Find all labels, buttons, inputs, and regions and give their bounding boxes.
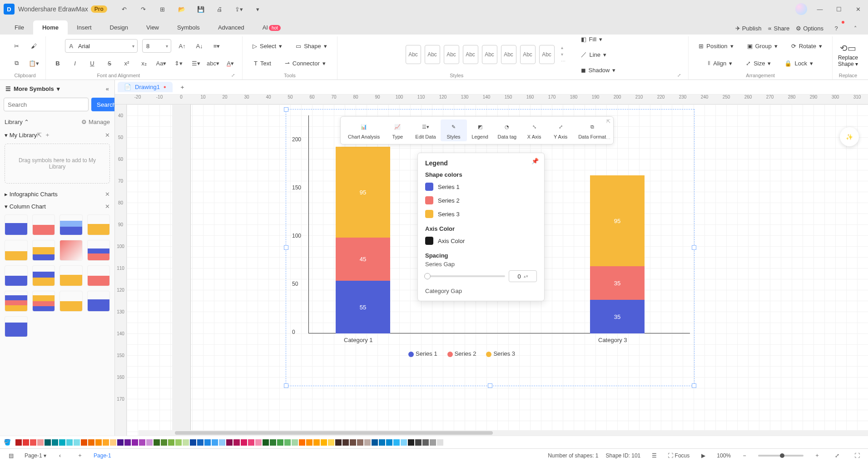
chart-thumb[interactable]: [5, 265, 28, 286]
color-swatch[interactable]: [23, 439, 29, 446]
mylib-close-icon[interactable]: ✕: [105, 132, 110, 139]
format-painter-icon[interactable]: 🖌: [27, 40, 40, 52]
color-swatch[interactable]: [313, 439, 320, 446]
tab-home[interactable]: Home: [33, 20, 68, 35]
color-swatch[interactable]: [175, 439, 182, 446]
chart-thumb[interactable]: [5, 316, 28, 337]
color-swatch[interactable]: [299, 439, 305, 446]
column-chart-header[interactable]: ▾ Column Chart: [5, 203, 46, 210]
color-chip[interactable]: [425, 237, 433, 245]
mylib-drop-area[interactable]: Drag symbols here to add to My Library: [5, 144, 110, 184]
series-color-row[interactable]: Series 1: [425, 180, 537, 194]
line-button[interactable]: ／ Line ▾: [576, 47, 620, 62]
color-swatch[interactable]: [357, 439, 363, 446]
resize-handle[interactable]: [284, 245, 288, 250]
drawing-canvas[interactable]: 0 50 100 150 200 95 45 55 Category 1 95: [127, 104, 868, 436]
style-swatch[interactable]: Abc: [406, 45, 421, 64]
collapse-sidebar-icon[interactable]: «: [106, 85, 109, 92]
font-family-select[interactable]: Arial: [65, 39, 138, 53]
fullscreen-icon[interactable]: ⛶: [851, 449, 863, 462]
symbol-search-button[interactable]: Search: [91, 98, 115, 111]
color-swatch[interactable]: [45, 439, 51, 446]
ai-assistant-button[interactable]: ✨: [840, 127, 859, 146]
color-swatch[interactable]: [437, 439, 443, 446]
connector-tool[interactable]: ⇀ Connector ▾: [280, 56, 330, 70]
color-swatch[interactable]: [190, 439, 196, 446]
color-swatch[interactable]: [74, 439, 80, 446]
color-swatch[interactable]: [444, 439, 451, 446]
color-swatch[interactable]: [117, 439, 124, 446]
pin-icon[interactable]: 📌: [531, 158, 539, 164]
toolbar-more-icon[interactable]: ⋯: [605, 136, 610, 142]
position-button[interactable]: ⊞ Position ▾: [694, 39, 738, 53]
rotate-button[interactable]: ⟳ Rotate ▾: [787, 39, 827, 53]
color-swatch[interactable]: [270, 439, 276, 446]
color-swatch[interactable]: [255, 439, 262, 446]
shape-tool[interactable]: ▭ Shape ▾: [291, 39, 332, 53]
tab-file[interactable]: File: [5, 20, 33, 35]
color-swatch[interactable]: [183, 439, 189, 446]
zoom-out-icon[interactable]: −: [738, 449, 751, 462]
color-chip[interactable]: [425, 196, 433, 204]
color-swatch[interactable]: [81, 439, 87, 446]
style-gallery-more[interactable]: ▴▾⋯: [561, 45, 565, 64]
style-swatch[interactable]: Abc: [482, 45, 497, 64]
chart-thumb[interactable]: [87, 214, 110, 235]
color-swatch[interactable]: [241, 439, 247, 446]
color-swatch[interactable]: [277, 439, 283, 446]
color-swatch[interactable]: [306, 439, 312, 446]
color-swatch[interactable]: [408, 439, 414, 446]
color-swatch[interactable]: [379, 439, 385, 446]
style-swatch[interactable]: Abc: [463, 45, 478, 64]
tab-symbols[interactable]: Symbols: [168, 20, 209, 35]
infographic-header[interactable]: ▸ Infographic Charts: [5, 191, 58, 198]
resize-handle[interactable]: [284, 383, 288, 388]
y-axis-button[interactable]: ⤢Y Axis: [547, 119, 574, 141]
color-swatch[interactable]: [95, 439, 102, 446]
color-swatch[interactable]: [219, 439, 225, 446]
color-swatch[interactable]: [226, 439, 233, 446]
color-swatch[interactable]: [386, 439, 392, 446]
color-chip[interactable]: [425, 183, 433, 191]
chart-thumb[interactable]: [32, 214, 55, 235]
color-chip[interactable]: [425, 210, 433, 218]
color-swatch[interactable]: [139, 439, 145, 446]
series-color-row[interactable]: Series 2: [425, 194, 537, 207]
color-swatch[interactable]: [350, 439, 356, 446]
style-swatch[interactable]: Abc: [520, 45, 536, 64]
data-format-button[interactable]: ⧉Data Format: [574, 119, 610, 141]
page-tab[interactable]: Page-1: [94, 452, 111, 459]
share-button[interactable]: ∝ Share: [768, 25, 789, 32]
copy-icon[interactable]: ⧉: [10, 57, 23, 70]
chart-thumb[interactable]: [60, 240, 83, 261]
page-selector[interactable]: Page-1 ▾: [25, 452, 46, 459]
toolbar-pin-icon[interactable]: ⇱: [606, 119, 610, 124]
cut-icon[interactable]: ✂: [10, 40, 23, 52]
chart-thumb[interactable]: [5, 240, 28, 261]
new-button[interactable]: ⊞: [156, 3, 169, 15]
text-direction-icon[interactable]: abc▾: [207, 57, 219, 70]
library-dropdown[interactable]: Library ⌃: [5, 119, 29, 125]
line-spacing-icon[interactable]: ⇕▾: [172, 57, 185, 70]
infographic-close-icon[interactable]: ✕: [105, 191, 110, 198]
chart-thumb[interactable]: [32, 291, 55, 312]
color-swatch[interactable]: [30, 439, 36, 446]
color-swatch[interactable]: [248, 439, 254, 446]
color-swatch[interactable]: [212, 439, 218, 446]
export-button[interactable]: ⇪▾: [233, 3, 245, 15]
color-swatch[interactable]: [168, 439, 174, 446]
save-button[interactable]: 💾: [194, 3, 207, 15]
color-swatch[interactable]: [292, 439, 298, 446]
color-swatch[interactable]: [161, 439, 167, 446]
font-color-icon[interactable]: A▾: [224, 57, 237, 70]
chart-thumb[interactable]: [87, 291, 110, 312]
resize-handle[interactable]: [692, 245, 696, 250]
chart-thumb[interactable]: [60, 214, 83, 235]
series-gap-value[interactable]: 0▴▾: [509, 270, 537, 282]
document-tab[interactable]: 📄 Drawing1 •: [118, 82, 173, 92]
chart-thumb[interactable]: [60, 265, 83, 286]
tab-advanced[interactable]: Advanced: [209, 20, 253, 35]
color-swatch[interactable]: [364, 439, 371, 446]
chart-styles-button[interactable]: ✎Styles: [441, 119, 467, 141]
style-swatch[interactable]: Abc: [425, 45, 440, 64]
